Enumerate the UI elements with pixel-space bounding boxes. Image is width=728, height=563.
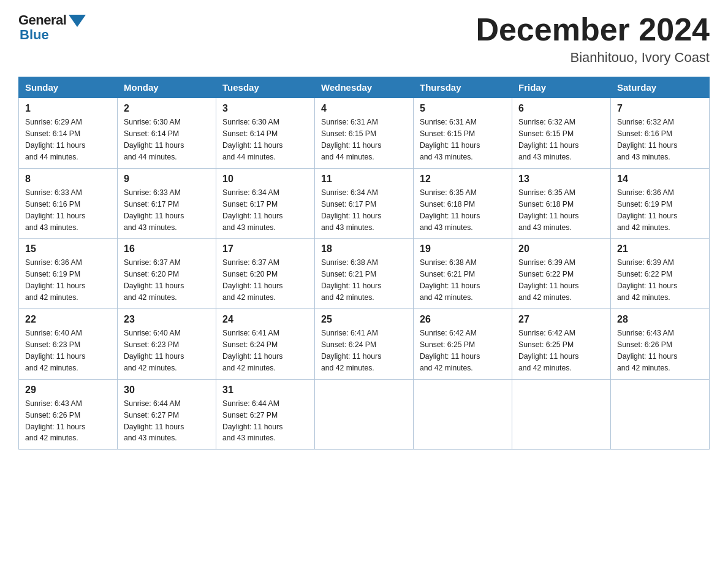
header-wednesday: Wednesday xyxy=(315,77,414,98)
day-cell: 29Sunrise: 6:43 AMSunset: 6:26 PMDayligh… xyxy=(19,379,118,450)
day-cell: 23Sunrise: 6:40 AMSunset: 6:23 PMDayligh… xyxy=(118,309,216,380)
week-row-2: 8Sunrise: 6:33 AMSunset: 6:16 PMDaylight… xyxy=(19,168,710,239)
day-number: 31 xyxy=(222,385,308,396)
day-info: Sunrise: 6:34 AMSunset: 6:17 PMDaylight:… xyxy=(222,187,308,234)
day-info: Sunrise: 6:30 AMSunset: 6:14 PMDaylight:… xyxy=(222,117,308,163)
day-number: 16 xyxy=(124,243,210,255)
day-cell: 22Sunrise: 6:40 AMSunset: 6:23 PMDayligh… xyxy=(19,309,118,380)
day-number: 4 xyxy=(321,103,407,114)
logo-blue-text: Blue xyxy=(20,27,49,43)
day-info: Sunrise: 6:31 AMSunset: 6:15 PMDaylight:… xyxy=(420,117,506,163)
day-cell: 2Sunrise: 6:30 AMSunset: 6:14 PMDaylight… xyxy=(118,98,216,169)
day-number: 20 xyxy=(518,243,604,255)
day-cell xyxy=(315,379,414,450)
day-number: 26 xyxy=(420,314,506,325)
day-cell: 1Sunrise: 6:29 AMSunset: 6:14 PMDaylight… xyxy=(19,98,118,169)
day-number: 28 xyxy=(617,314,703,325)
week-row-3: 15Sunrise: 6:36 AMSunset: 6:19 PMDayligh… xyxy=(19,239,710,309)
day-info: Sunrise: 6:30 AMSunset: 6:14 PMDaylight:… xyxy=(124,117,210,163)
day-cell: 5Sunrise: 6:31 AMSunset: 6:15 PMDaylight… xyxy=(414,98,512,169)
day-info: Sunrise: 6:36 AMSunset: 6:19 PMDaylight:… xyxy=(617,187,703,234)
day-cell: 15Sunrise: 6:36 AMSunset: 6:19 PMDayligh… xyxy=(19,239,118,309)
day-info: Sunrise: 6:42 AMSunset: 6:25 PMDaylight:… xyxy=(420,327,506,374)
day-info: Sunrise: 6:41 AMSunset: 6:24 PMDaylight:… xyxy=(321,327,407,374)
day-info: Sunrise: 6:36 AMSunset: 6:19 PMDaylight:… xyxy=(25,257,111,304)
day-number: 2 xyxy=(124,103,210,114)
day-cell xyxy=(414,379,512,450)
calendar-header-row: SundayMondayTuesdayWednesdayThursdayFrid… xyxy=(19,77,710,98)
day-cell: 30Sunrise: 6:44 AMSunset: 6:27 PMDayligh… xyxy=(118,379,216,450)
day-number: 12 xyxy=(420,174,506,185)
week-row-5: 29Sunrise: 6:43 AMSunset: 6:26 PMDayligh… xyxy=(19,379,710,450)
day-number: 6 xyxy=(518,103,604,114)
day-info: Sunrise: 6:38 AMSunset: 6:21 PMDaylight:… xyxy=(420,257,506,304)
header-tuesday: Tuesday xyxy=(216,77,315,98)
day-info: Sunrise: 6:43 AMSunset: 6:26 PMDaylight:… xyxy=(25,398,111,445)
day-number: 1 xyxy=(25,103,111,114)
logo: General Blue xyxy=(18,12,86,43)
header-thursday: Thursday xyxy=(414,77,512,98)
day-number: 18 xyxy=(321,243,407,255)
day-cell: 24Sunrise: 6:41 AMSunset: 6:24 PMDayligh… xyxy=(216,309,315,380)
day-cell: 28Sunrise: 6:43 AMSunset: 6:26 PMDayligh… xyxy=(611,309,710,380)
day-cell: 20Sunrise: 6:39 AMSunset: 6:22 PMDayligh… xyxy=(512,239,611,309)
day-info: Sunrise: 6:42 AMSunset: 6:25 PMDaylight:… xyxy=(518,327,604,374)
day-info: Sunrise: 6:33 AMSunset: 6:16 PMDaylight:… xyxy=(25,187,111,234)
day-info: Sunrise: 6:39 AMSunset: 6:22 PMDaylight:… xyxy=(518,257,604,304)
header-friday: Friday xyxy=(512,77,611,98)
logo-triangle-icon xyxy=(69,15,86,27)
month-title: December 2024 xyxy=(476,12,710,47)
day-cell: 3Sunrise: 6:30 AMSunset: 6:14 PMDaylight… xyxy=(216,98,315,169)
day-cell: 6Sunrise: 6:32 AMSunset: 6:15 PMDaylight… xyxy=(512,98,611,169)
day-number: 27 xyxy=(518,314,604,325)
day-number: 14 xyxy=(617,174,703,185)
day-cell: 12Sunrise: 6:35 AMSunset: 6:18 PMDayligh… xyxy=(414,168,512,239)
day-number: 23 xyxy=(124,314,210,325)
day-info: Sunrise: 6:44 AMSunset: 6:27 PMDaylight:… xyxy=(124,398,210,445)
location-text: Bianhitouo, Ivory Coast xyxy=(476,50,710,66)
day-cell xyxy=(512,379,611,450)
day-cell: 21Sunrise: 6:39 AMSunset: 6:22 PMDayligh… xyxy=(611,239,710,309)
logo-general-text: General xyxy=(18,12,66,28)
day-number: 21 xyxy=(617,243,703,255)
day-info: Sunrise: 6:37 AMSunset: 6:20 PMDaylight:… xyxy=(124,257,210,304)
day-cell: 13Sunrise: 6:35 AMSunset: 6:18 PMDayligh… xyxy=(512,168,611,239)
day-number: 13 xyxy=(518,174,604,185)
day-info: Sunrise: 6:39 AMSunset: 6:22 PMDaylight:… xyxy=(617,257,703,304)
day-cell: 31Sunrise: 6:44 AMSunset: 6:27 PMDayligh… xyxy=(216,379,315,450)
day-number: 8 xyxy=(25,174,111,185)
day-info: Sunrise: 6:38 AMSunset: 6:21 PMDaylight:… xyxy=(321,257,407,304)
day-info: Sunrise: 6:41 AMSunset: 6:24 PMDaylight:… xyxy=(222,327,308,374)
header-sunday: Sunday xyxy=(19,77,118,98)
calendar-table: SundayMondayTuesdayWednesdayThursdayFrid… xyxy=(18,77,710,450)
day-cell: 9Sunrise: 6:33 AMSunset: 6:17 PMDaylight… xyxy=(118,168,216,239)
day-number: 5 xyxy=(420,103,506,114)
day-cell: 8Sunrise: 6:33 AMSunset: 6:16 PMDaylight… xyxy=(19,168,118,239)
day-cell: 10Sunrise: 6:34 AMSunset: 6:17 PMDayligh… xyxy=(216,168,315,239)
day-info: Sunrise: 6:32 AMSunset: 6:15 PMDaylight:… xyxy=(518,117,604,163)
day-number: 29 xyxy=(25,385,111,396)
day-cell: 7Sunrise: 6:32 AMSunset: 6:16 PMDaylight… xyxy=(611,98,710,169)
day-info: Sunrise: 6:37 AMSunset: 6:20 PMDaylight:… xyxy=(222,257,308,304)
day-number: 30 xyxy=(124,385,210,396)
day-cell: 17Sunrise: 6:37 AMSunset: 6:20 PMDayligh… xyxy=(216,239,315,309)
page-header: General Blue December 2024 Bianhitouo, I… xyxy=(18,12,710,66)
day-info: Sunrise: 6:33 AMSunset: 6:17 PMDaylight:… xyxy=(124,187,210,234)
title-block: December 2024 Bianhitouo, Ivory Coast xyxy=(476,12,710,66)
day-number: 9 xyxy=(124,174,210,185)
day-info: Sunrise: 6:44 AMSunset: 6:27 PMDaylight:… xyxy=(222,398,308,445)
day-cell xyxy=(611,379,710,450)
day-number: 19 xyxy=(420,243,506,255)
day-number: 3 xyxy=(222,103,308,114)
day-info: Sunrise: 6:35 AMSunset: 6:18 PMDaylight:… xyxy=(420,187,506,234)
header-monday: Monday xyxy=(118,77,216,98)
day-cell: 18Sunrise: 6:38 AMSunset: 6:21 PMDayligh… xyxy=(315,239,414,309)
day-info: Sunrise: 6:29 AMSunset: 6:14 PMDaylight:… xyxy=(25,117,111,163)
day-info: Sunrise: 6:43 AMSunset: 6:26 PMDaylight:… xyxy=(617,327,703,374)
day-info: Sunrise: 6:40 AMSunset: 6:23 PMDaylight:… xyxy=(124,327,210,374)
day-info: Sunrise: 6:35 AMSunset: 6:18 PMDaylight:… xyxy=(518,187,604,234)
day-cell: 11Sunrise: 6:34 AMSunset: 6:17 PMDayligh… xyxy=(315,168,414,239)
day-number: 24 xyxy=(222,314,308,325)
day-cell: 26Sunrise: 6:42 AMSunset: 6:25 PMDayligh… xyxy=(414,309,512,380)
day-info: Sunrise: 6:31 AMSunset: 6:15 PMDaylight:… xyxy=(321,117,407,163)
